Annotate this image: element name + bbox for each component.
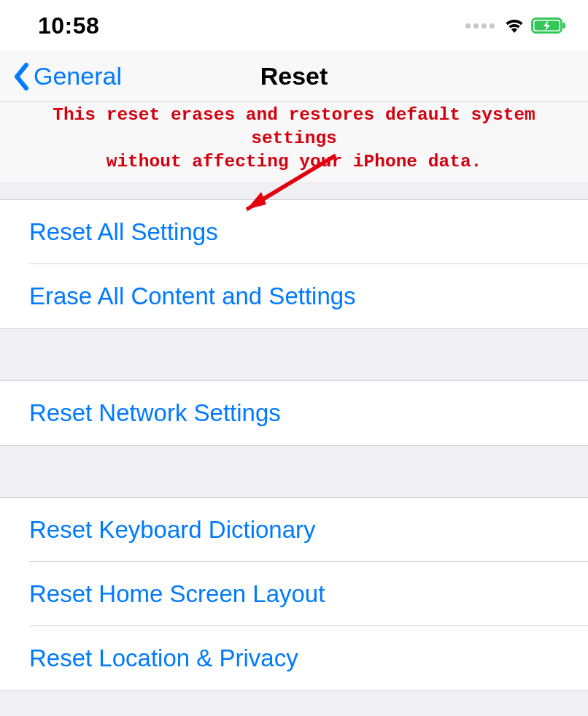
- section-spacer: [0, 690, 588, 716]
- battery-charging-icon: [531, 18, 566, 34]
- erase-all-content-cell[interactable]: Erase All Content and Settings: [0, 264, 588, 328]
- back-button[interactable]: General: [0, 62, 122, 91]
- settings-group: Reset All Settings Erase All Content and…: [0, 200, 588, 328]
- settings-group: Reset Network Settings: [0, 381, 588, 445]
- cell-label: Reset Network Settings: [29, 399, 281, 427]
- nav-bar: General Reset: [0, 51, 588, 102]
- section-spacer: [0, 445, 588, 498]
- chevron-left-icon: [13, 63, 29, 91]
- reset-all-settings-cell[interactable]: Reset All Settings: [0, 200, 588, 264]
- cell-label: Erase All Content and Settings: [29, 282, 356, 310]
- annotation-line-2: without affecting your iPhone data.: [7, 150, 581, 174]
- settings-group: Reset Keyboard Dictionary Reset Home Scr…: [0, 498, 588, 690]
- annotation-line-1: This reset erases and restores default s…: [7, 104, 581, 150]
- status-time: 10:58: [38, 12, 99, 39]
- back-label: General: [34, 62, 122, 91]
- section-spacer: [0, 328, 588, 381]
- status-indicators: [465, 18, 566, 34]
- cell-label: Reset All Settings: [29, 218, 218, 246]
- section-spacer: [0, 182, 588, 200]
- reset-keyboard-dictionary-cell[interactable]: Reset Keyboard Dictionary: [0, 498, 588, 562]
- reset-location-privacy-cell[interactable]: Reset Location & Privacy: [0, 626, 588, 690]
- wifi-icon: [503, 18, 525, 34]
- annotation-caption: This reset erases and restores default s…: [0, 102, 588, 182]
- reset-home-screen-layout-cell[interactable]: Reset Home Screen Layout: [0, 562, 588, 626]
- status-bar: 10:58: [0, 0, 588, 51]
- signal-dots-icon: [465, 23, 495, 28]
- cell-label: Reset Home Screen Layout: [29, 580, 325, 608]
- svg-rect-2: [563, 23, 566, 28]
- cell-label: Reset Keyboard Dictionary: [29, 516, 316, 544]
- cell-label: Reset Location & Privacy: [29, 644, 298, 672]
- reset-network-settings-cell[interactable]: Reset Network Settings: [0, 381, 588, 445]
